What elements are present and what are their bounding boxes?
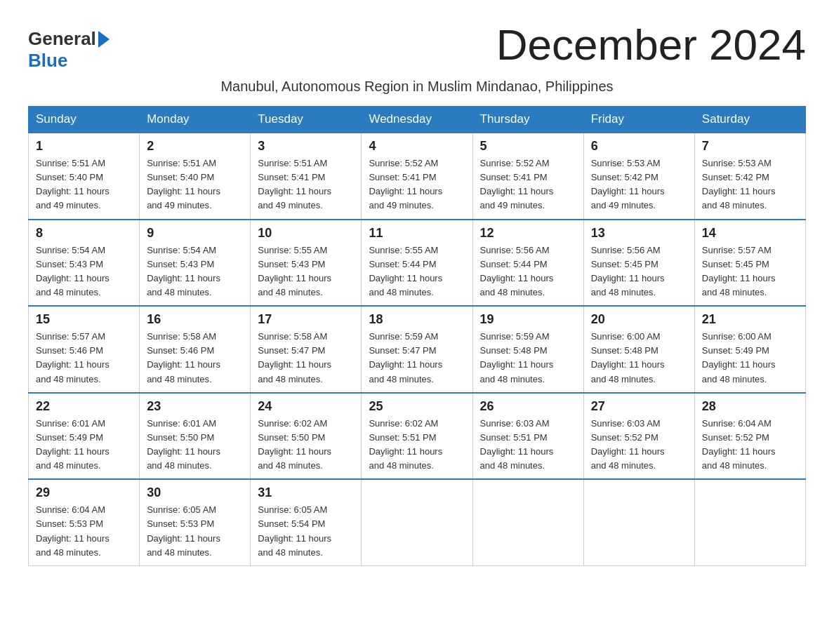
calendar-day-4: 4 Sunrise: 5:52 AMSunset: 5:41 PMDayligh… — [362, 133, 472, 220]
day-number: 1 — [36, 139, 132, 154]
page-header: General Blue December 2024 — [28, 21, 806, 72]
day-info: Sunrise: 5:51 AMSunset: 5:40 PMDaylight:… — [147, 156, 243, 213]
day-info: Sunrise: 6:05 AMSunset: 5:53 PMDaylight:… — [147, 503, 243, 560]
calendar-header-wednesday: Wednesday — [362, 107, 472, 133]
calendar-header-friday: Friday — [583, 107, 694, 133]
day-number: 17 — [258, 312, 354, 327]
month-title: December 2024 — [496, 21, 806, 69]
day-info: Sunrise: 6:00 AMSunset: 5:49 PMDaylight:… — [702, 330, 798, 387]
day-info: Sunrise: 6:01 AMSunset: 5:50 PMDaylight:… — [147, 417, 243, 474]
day-info: Sunrise: 6:01 AMSunset: 5:49 PMDaylight:… — [36, 417, 132, 474]
day-info: Sunrise: 6:05 AMSunset: 5:54 PMDaylight:… — [258, 503, 354, 560]
day-number: 14 — [702, 226, 798, 241]
day-number: 8 — [36, 226, 132, 241]
page-subtitle: Manubul, Autonomous Region in Muslim Min… — [28, 79, 806, 95]
day-info: Sunrise: 5:57 AMSunset: 5:45 PMDaylight:… — [702, 243, 798, 300]
day-number: 15 — [36, 312, 132, 327]
calendar-day-24: 24 Sunrise: 6:02 AMSunset: 5:50 PMDaylig… — [251, 393, 362, 480]
day-info: Sunrise: 6:02 AMSunset: 5:50 PMDaylight:… — [258, 417, 354, 474]
logo-blue-text: Blue — [28, 50, 67, 71]
day-number: 27 — [591, 399, 687, 414]
calendar-day-8: 8 Sunrise: 5:54 AMSunset: 5:43 PMDayligh… — [29, 220, 140, 307]
logo-container: General Blue — [28, 28, 110, 72]
calendar-day-30: 30 Sunrise: 6:05 AMSunset: 5:53 PMDaylig… — [140, 479, 251, 565]
calendar-week-row: 15 Sunrise: 5:57 AMSunset: 5:46 PMDaylig… — [29, 306, 806, 393]
calendar-day-21: 21 Sunrise: 6:00 AMSunset: 5:49 PMDaylig… — [694, 306, 805, 393]
calendar-week-row: 22 Sunrise: 6:01 AMSunset: 5:49 PMDaylig… — [29, 393, 806, 480]
day-number: 28 — [702, 399, 798, 414]
calendar-day-20: 20 Sunrise: 6:00 AMSunset: 5:48 PMDaylig… — [583, 306, 694, 393]
calendar-empty-cell — [472, 479, 583, 565]
day-number: 7 — [702, 139, 798, 154]
calendar-empty-cell — [362, 479, 472, 565]
calendar-day-26: 26 Sunrise: 6:03 AMSunset: 5:51 PMDaylig… — [472, 393, 583, 480]
day-number: 22 — [36, 399, 132, 414]
calendar-day-1: 1 Sunrise: 5:51 AMSunset: 5:40 PMDayligh… — [29, 133, 140, 220]
calendar-day-16: 16 Sunrise: 5:58 AMSunset: 5:46 PMDaylig… — [140, 306, 251, 393]
day-info: Sunrise: 5:51 AMSunset: 5:40 PMDaylight:… — [36, 156, 132, 213]
day-info: Sunrise: 5:52 AMSunset: 5:41 PMDaylight:… — [480, 156, 576, 213]
calendar-day-2: 2 Sunrise: 5:51 AMSunset: 5:40 PMDayligh… — [140, 133, 251, 220]
logo: General Blue — [28, 28, 110, 72]
day-number: 2 — [147, 139, 243, 154]
day-info: Sunrise: 5:54 AMSunset: 5:43 PMDaylight:… — [147, 243, 243, 300]
calendar-header-saturday: Saturday — [694, 107, 805, 133]
day-number: 19 — [480, 312, 576, 327]
day-number: 5 — [480, 139, 576, 154]
day-number: 30 — [147, 485, 243, 500]
day-number: 11 — [369, 226, 465, 241]
day-info: Sunrise: 6:03 AMSunset: 5:52 PMDaylight:… — [591, 417, 687, 474]
day-number: 3 — [258, 139, 354, 154]
day-info: Sunrise: 5:57 AMSunset: 5:46 PMDaylight:… — [36, 330, 132, 387]
day-number: 25 — [369, 399, 465, 414]
calendar-week-row: 1 Sunrise: 5:51 AMSunset: 5:40 PMDayligh… — [29, 133, 806, 220]
day-info: Sunrise: 5:58 AMSunset: 5:47 PMDaylight:… — [258, 330, 354, 387]
day-number: 20 — [591, 312, 687, 327]
calendar-header-monday: Monday — [140, 107, 251, 133]
day-info: Sunrise: 5:52 AMSunset: 5:41 PMDaylight:… — [369, 156, 465, 213]
day-info: Sunrise: 6:03 AMSunset: 5:51 PMDaylight:… — [480, 417, 576, 474]
calendar-day-10: 10 Sunrise: 5:55 AMSunset: 5:43 PMDaylig… — [251, 220, 362, 307]
calendar-day-25: 25 Sunrise: 6:02 AMSunset: 5:51 PMDaylig… — [362, 393, 472, 480]
day-number: 6 — [591, 139, 687, 154]
day-number: 31 — [258, 485, 354, 500]
calendar-week-row: 8 Sunrise: 5:54 AMSunset: 5:43 PMDayligh… — [29, 220, 806, 307]
calendar-empty-cell — [583, 479, 694, 565]
day-info: Sunrise: 5:59 AMSunset: 5:47 PMDaylight:… — [369, 330, 465, 387]
calendar-day-5: 5 Sunrise: 5:52 AMSunset: 5:41 PMDayligh… — [472, 133, 583, 220]
calendar-empty-cell — [694, 479, 805, 565]
calendar-day-23: 23 Sunrise: 6:01 AMSunset: 5:50 PMDaylig… — [140, 393, 251, 480]
day-number: 26 — [480, 399, 576, 414]
day-number: 24 — [258, 399, 354, 414]
calendar-week-row: 29 Sunrise: 6:04 AMSunset: 5:53 PMDaylig… — [29, 479, 806, 565]
day-number: 16 — [147, 312, 243, 327]
day-number: 12 — [480, 226, 576, 241]
day-info: Sunrise: 5:53 AMSunset: 5:42 PMDaylight:… — [591, 156, 687, 213]
calendar-day-13: 13 Sunrise: 5:56 AMSunset: 5:45 PMDaylig… — [583, 220, 694, 307]
day-number: 10 — [258, 226, 354, 241]
day-number: 21 — [702, 312, 798, 327]
day-info: Sunrise: 5:55 AMSunset: 5:43 PMDaylight:… — [258, 243, 354, 300]
calendar-day-27: 27 Sunrise: 6:03 AMSunset: 5:52 PMDaylig… — [583, 393, 694, 480]
calendar-day-17: 17 Sunrise: 5:58 AMSunset: 5:47 PMDaylig… — [251, 306, 362, 393]
calendar-header-row: SundayMondayTuesdayWednesdayThursdayFrid… — [29, 107, 806, 133]
day-info: Sunrise: 6:04 AMSunset: 5:53 PMDaylight:… — [36, 503, 132, 560]
day-info: Sunrise: 5:56 AMSunset: 5:44 PMDaylight:… — [480, 243, 576, 300]
day-info: Sunrise: 5:51 AMSunset: 5:41 PMDaylight:… — [258, 156, 354, 213]
day-number: 4 — [369, 139, 465, 154]
calendar-day-22: 22 Sunrise: 6:01 AMSunset: 5:49 PMDaylig… — [29, 393, 140, 480]
calendar-day-7: 7 Sunrise: 5:53 AMSunset: 5:42 PMDayligh… — [694, 133, 805, 220]
calendar-table: SundayMondayTuesdayWednesdayThursdayFrid… — [28, 106, 806, 566]
day-info: Sunrise: 6:02 AMSunset: 5:51 PMDaylight:… — [369, 417, 465, 474]
calendar-day-29: 29 Sunrise: 6:04 AMSunset: 5:53 PMDaylig… — [29, 479, 140, 565]
day-info: Sunrise: 6:04 AMSunset: 5:52 PMDaylight:… — [702, 417, 798, 474]
day-info: Sunrise: 5:59 AMSunset: 5:48 PMDaylight:… — [480, 330, 576, 387]
day-info: Sunrise: 6:00 AMSunset: 5:48 PMDaylight:… — [591, 330, 687, 387]
calendar-header-sunday: Sunday — [29, 107, 140, 133]
calendar-day-28: 28 Sunrise: 6:04 AMSunset: 5:52 PMDaylig… — [694, 393, 805, 480]
calendar-header-tuesday: Tuesday — [251, 107, 362, 133]
logo-triangle-icon — [98, 31, 110, 48]
day-info: Sunrise: 5:56 AMSunset: 5:45 PMDaylight:… — [591, 243, 687, 300]
calendar-day-12: 12 Sunrise: 5:56 AMSunset: 5:44 PMDaylig… — [472, 220, 583, 307]
day-number: 13 — [591, 226, 687, 241]
